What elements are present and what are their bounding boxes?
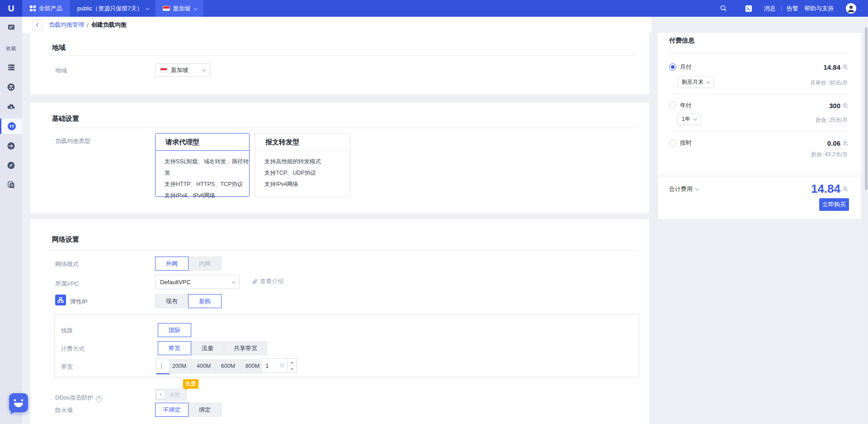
bandwidth-value-input[interactable]: 1 M [261, 358, 288, 373]
toggle-state-label: 关闭 [169, 391, 180, 399]
chevron-down-icon [202, 68, 206, 71]
payment-info-card: 付费信息 月付 14.84 元 购至月末 月单价: 30元/月 年付 300 元… [658, 33, 861, 219]
sidebar-item-explore[interactable] [0, 161, 22, 170]
page-scrollbar-thumb[interactable] [865, 27, 868, 190]
region-section-title: 地域 [52, 43, 66, 52]
monthly-radio[interactable] [669, 63, 676, 71]
payment-option-monthly: 月付 14.84 元 [669, 63, 848, 71]
network-section-title: 网络设置 [52, 235, 79, 244]
lb-type-card-packet[interactable]: 报文转发型 支持高性能的转发模式 支持TCP、UDP协议 支持IPv4网络 [255, 133, 350, 197]
breadcrumb-parent-link[interactable]: 负载均衡管理 [49, 21, 84, 29]
billing-option-shared[interactable]: 共享带宽 [224, 341, 267, 355]
divider [49, 250, 637, 251]
vpc-dropdown[interactable]: DefaultVPC [155, 275, 240, 289]
monthly-unit: 元 [842, 63, 848, 71]
network-mode-option-external[interactable]: 外网 [155, 257, 189, 271]
project-selector[interactable]: public（资源只保留7天） [70, 0, 156, 17]
chevron-down-icon [693, 117, 697, 120]
line-option-international[interactable]: 国际 [158, 323, 191, 337]
smiley-eye [14, 399, 16, 401]
yearly-radio[interactable] [669, 102, 676, 109]
stepper-up-button[interactable] [288, 359, 297, 366]
basic-section-title: 基础设置 [52, 114, 79, 123]
total-price: 14.84 [811, 182, 840, 196]
all-products-menu[interactable]: 全部产品 [22, 0, 70, 17]
yearly-duration-value: 1年 [682, 115, 690, 123]
bandwidth-preset-200m[interactable]: 200M [167, 359, 192, 373]
feature-item: 支持TCP、UDP协议 [264, 167, 350, 179]
buy-now-button[interactable]: 立即购买 [819, 198, 849, 211]
eip-option-existing[interactable]: 现有 [155, 294, 189, 308]
total-label: 合计费用 [669, 185, 693, 193]
network-mode-label: 网络模式 [55, 260, 79, 268]
region-dropdown[interactable]: 新加坡 [155, 63, 210, 77]
firewall-option-bound[interactable]: 绑定 [188, 403, 222, 417]
feedback-chat-button[interactable] [9, 393, 28, 412]
bandwidth-preset-600m[interactable]: 600M [216, 359, 241, 373]
region-panel: 地域 地域 新加坡 [30, 33, 649, 94]
feature-item: 支持IPv4网络 [264, 179, 350, 190]
hourly-note: 折合: 43.2元/月 [811, 151, 848, 158]
bandwidth-preset-400m[interactable]: 400M [191, 359, 216, 373]
stepper-down-button[interactable] [288, 366, 297, 372]
text-cursor [161, 363, 162, 369]
yearly-duration-chip[interactable]: 1年 [677, 113, 701, 125]
vpc-intro-label: 查看介绍 [260, 277, 283, 286]
chevron-down-icon[interactable] [695, 187, 698, 191]
firewall-option-unbound[interactable]: 不绑定 [155, 403, 189, 417]
monthly-duration-chip[interactable]: 购至月末 [677, 76, 714, 88]
ddos-label: DDos攻击防护? [55, 394, 102, 402]
sidebar-item-gateway[interactable] [0, 142, 22, 150]
back-button[interactable] [32, 19, 43, 30]
region-selector[interactable]: 新加坡 [156, 0, 203, 17]
sidebar-item-host[interactable] [0, 63, 22, 71]
alerts-link[interactable]: 告警 [787, 0, 798, 17]
project-label: public（资源只保留7天） [77, 5, 142, 13]
console-shortcut-button[interactable] [745, 0, 752, 17]
person-icon [846, 3, 856, 14]
eip-option-new[interactable]: 新购 [188, 294, 222, 308]
logo-letter: U [8, 4, 14, 14]
toggle-handle [156, 390, 165, 399]
help-question-icon[interactable]: ? [96, 396, 102, 402]
sidebar-item-workbench[interactable] [0, 23, 22, 31]
payment-option-hourly: 按时 0.06 元 [669, 139, 848, 147]
search-button[interactable] [720, 0, 727, 17]
alerts-label: 告警 [787, 5, 798, 13]
divider [49, 128, 637, 128]
sidebar-item-documents[interactable] [0, 181, 22, 189]
billing-label: 计费方式 [61, 345, 85, 353]
bandwidth-edit-box[interactable] [156, 358, 170, 374]
messages-link[interactable]: 消息 [764, 0, 776, 17]
breadcrumb: 负载均衡管理 / 创建负载均衡 [22, 17, 651, 33]
vpc-intro-link[interactable]: 查看介绍 [252, 277, 283, 286]
ucloud-logo[interactable]: U [0, 0, 22, 17]
yearly-unit: 元 [842, 102, 848, 110]
ddos-toggle[interactable]: 关闭 [155, 389, 187, 400]
sidebar-favorites-label[interactable]: 收藏 [0, 45, 22, 52]
user-avatar[interactable] [846, 3, 856, 14]
load-balancer-icon [7, 122, 16, 131]
hub-icon [7, 83, 15, 91]
lb-card-features: 支持高性能的转发模式 支持TCP、UDP协议 支持IPv4网络 [255, 151, 350, 190]
hourly-label: 按时 [680, 139, 692, 147]
sidebar-item-storage[interactable] [0, 102, 22, 111]
hourly-radio[interactable] [669, 139, 676, 147]
feature-item: 支持高性能的转发模式 [264, 156, 350, 167]
favorites-text: 收藏 [6, 45, 16, 52]
lb-card-title: 请求代理型 [156, 133, 249, 151]
lb-type-card-proxy[interactable]: 请求代理型 支持SSL卸载、域名转发、路径转发 支持HTTP、HTTPS、TCP… [155, 133, 250, 197]
smiley-eye [21, 399, 23, 401]
divider [669, 52, 849, 53]
billing-option-bandwidth[interactable]: 带宽 [158, 341, 191, 355]
help-support-link[interactable]: 帮助与支持 [804, 0, 834, 17]
billing-option-traffic[interactable]: 流量 [191, 341, 224, 355]
sidebar-item-network-hub[interactable] [0, 83, 22, 91]
chevron-down-icon [193, 6, 197, 10]
cloud-icon [7, 102, 16, 111]
network-settings-panel: 网络设置 网络模式 外网 内网 所属VPC DefaultVPC 查看介绍 弹性… [30, 219, 649, 424]
lb-type-label: 负载均衡类型 [55, 137, 90, 145]
page-title: 创建负载均衡 [91, 21, 127, 29]
network-mode-option-internal[interactable]: 内网 [188, 257, 222, 271]
sidebar-item-load-balancer-selected[interactable] [0, 119, 22, 134]
